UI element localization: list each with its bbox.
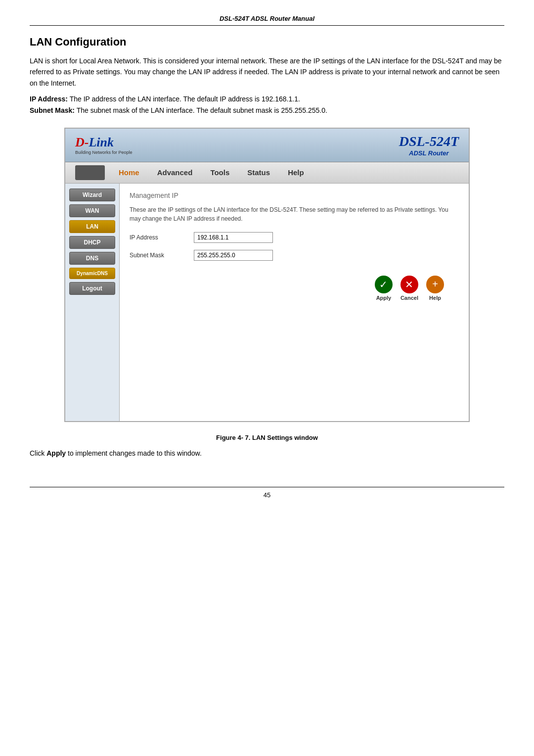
apply-button-group[interactable]: ✓ Apply: [375, 276, 393, 301]
router-header: D-Link Building Networks for People DSL-…: [65, 129, 469, 162]
dlink-logo: D-Link Building Networks for People: [75, 135, 133, 155]
ip-address-row: IP Address: [130, 232, 459, 243]
ip-address-input[interactable]: [194, 232, 273, 243]
help-label: Help: [429, 295, 441, 301]
sidebar-btn-dhcp[interactable]: DHCP: [69, 236, 115, 249]
sidebar: Wizard WAN LAN DHCP DNS DynamicDNS Logou…: [65, 184, 120, 421]
router-model: DSL-524T ADSL Router: [399, 134, 459, 157]
sidebar-btn-dns[interactable]: DNS: [69, 252, 115, 265]
model-sub: ADSL Router: [399, 149, 459, 157]
nav-help[interactable]: Help: [279, 163, 313, 182]
click-apply-bold: Apply: [46, 449, 66, 457]
ip-address-label: IP Address: [130, 234, 194, 241]
page-number: 45: [264, 491, 270, 499]
router-nav: Home Advanced Tools Status Help: [65, 162, 469, 184]
cancel-label: Cancel: [400, 295, 418, 301]
sidebar-btn-wan[interactable]: WAN: [69, 204, 115, 217]
nav-status[interactable]: Status: [238, 163, 279, 182]
subnet-mask-bold-label: Subnet Mask:: [30, 106, 75, 114]
figure-caption: Figure 4- 7. LAN Settings window: [30, 434, 504, 441]
tagline: Building Networks for People: [75, 150, 133, 155]
click-instruction-prefix: Click: [30, 449, 46, 457]
sidebar-btn-wizard[interactable]: Wizard: [69, 189, 115, 201]
section-description: LAN is short for Local Area Network. Thi…: [30, 55, 504, 89]
panel-description: These are the IP settings of the LAN int…: [130, 205, 459, 223]
panel-title: Management IP: [130, 191, 459, 199]
brand-name: D-Link: [75, 135, 133, 150]
subnet-mask-description: The subnet mask of the LAN interface. Th…: [77, 106, 327, 114]
nav-home[interactable]: Home: [110, 163, 148, 182]
click-instruction: Click Apply to implement changes made to…: [30, 449, 504, 457]
brand-d: D-: [75, 135, 89, 149]
sidebar-btn-lan[interactable]: LAN: [69, 220, 115, 233]
cancel-button-group[interactable]: ✕ Cancel: [400, 276, 418, 301]
apply-label: Apply: [376, 295, 392, 301]
sidebar-btn-dynamicdns[interactable]: DynamicDNS: [69, 268, 115, 279]
action-buttons: ✓ Apply ✕ Cancel + Help: [130, 276, 459, 301]
nav-links: Home Advanced Tools Status Help: [110, 163, 464, 182]
content-panel: Management IP These are the IP settings …: [120, 184, 469, 421]
nav-tools[interactable]: Tools: [201, 163, 238, 182]
section-title: LAN Configuration: [30, 36, 504, 48]
router-ui-screenshot: D-Link Building Networks for People DSL-…: [64, 128, 470, 422]
ip-address-description: The IP address of the LAN interface. The…: [70, 95, 300, 103]
sidebar-btn-logout[interactable]: Logout: [69, 282, 115, 295]
apply-icon[interactable]: ✓: [375, 276, 393, 293]
brand-link: Link: [89, 135, 114, 149]
cancel-icon[interactable]: ✕: [400, 276, 418, 293]
subnet-mask-input[interactable]: [194, 250, 273, 261]
subnet-mask-row: Subnet Mask: [130, 250, 459, 261]
ip-address-bold-label: IP Address:: [30, 95, 68, 103]
help-button-group[interactable]: + Help: [426, 276, 444, 301]
nav-advanced[interactable]: Advanced: [148, 163, 202, 182]
router-body: Wizard WAN LAN DHCP DNS DynamicDNS Logou…: [65, 184, 469, 421]
router-device-icon: [75, 165, 105, 180]
page-footer: 45: [30, 487, 504, 499]
section-field-descriptions: IP Address: The IP address of the LAN in…: [30, 94, 504, 116]
model-name: DSL-524T: [399, 134, 459, 149]
router-icon-area: [70, 162, 110, 183]
document-header: DSL-524T ADSL Router Manual: [30, 15, 504, 26]
subnet-mask-label: Subnet Mask: [130, 252, 194, 259]
click-instruction-suffix: to implement changes made to this window…: [66, 449, 202, 457]
help-icon[interactable]: +: [426, 276, 444, 293]
